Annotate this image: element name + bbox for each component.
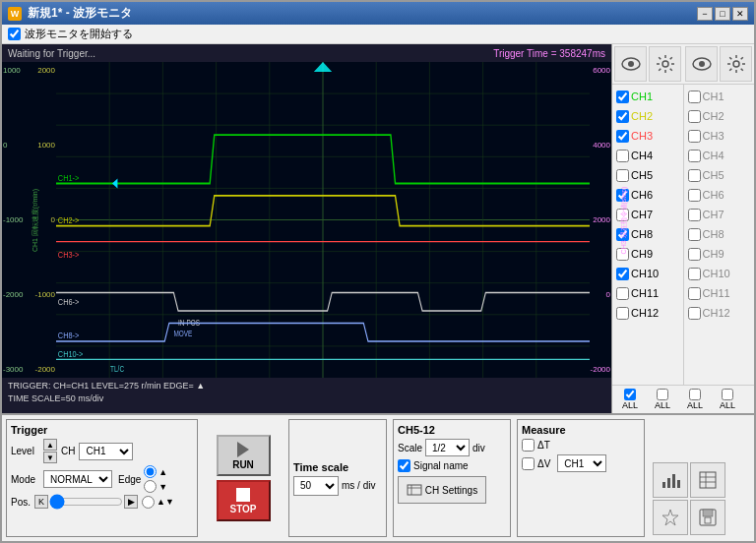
eye-icon-btn[interactable] <box>614 46 647 82</box>
ch3-left-check[interactable] <box>616 130 629 143</box>
ch9-right-check[interactable] <box>688 248 701 261</box>
settings-icon-btn2[interactable] <box>720 46 752 82</box>
ch11-right-check[interactable] <box>688 287 701 300</box>
ch12-left-label: CH12 <box>631 307 661 319</box>
ch6-right-check[interactable] <box>688 189 701 202</box>
all-btn-1[interactable]: ALL <box>615 389 645 410</box>
ch5-left-check[interactable] <box>616 169 629 182</box>
time-scale-unit: ms / div <box>342 480 375 491</box>
trigger-pos-end-btn[interactable]: ▶ <box>124 495 138 509</box>
chart-icon-btn[interactable] <box>653 462 688 498</box>
ch7-right-label: CH7 <box>703 209 732 220</box>
ch11-left-check[interactable] <box>616 287 629 300</box>
ch5-right-check[interactable] <box>688 169 701 182</box>
svg-text:CH3->: CH3-> <box>58 249 79 260</box>
channel-list-right: CH1 CH2 CH3 CH4 CH5 CH6 CH7 CH8 CH9 CH10… <box>683 85 755 385</box>
y-label-right-n2000: -2000 <box>591 365 610 374</box>
run-button[interactable]: RUN <box>217 435 271 476</box>
all-btn-3[interactable]: ALL <box>680 389 710 410</box>
trigger-edge-down-radio[interactable] <box>144 480 157 493</box>
trigger-pos-slider[interactable] <box>49 496 123 508</box>
ch1-left-check[interactable] <box>616 90 629 103</box>
ch12-right-check[interactable] <box>688 307 701 320</box>
trigger-info-line1: TRIGGER: CH=CH1 LEVEL=275 r/min EDGE= ▲ <box>8 380 605 392</box>
ch3-axis-label: CH3 現在指令値(step) <box>619 186 629 254</box>
svg-text:CH8->: CH8-> <box>58 330 79 340</box>
y-labels-right: 6000 4000 2000 0 -2000 <box>591 62 610 378</box>
svg-text:CH2->: CH2-> <box>58 214 79 225</box>
ch12-left-check[interactable] <box>616 307 629 320</box>
ch4-left-check[interactable] <box>616 150 629 162</box>
ch512-scale-row: Scale 1/212510 div <box>398 439 506 456</box>
enable-monitor-checkbox[interactable] <box>8 28 21 40</box>
time-scale-select[interactable]: 1251020501002005001000 <box>293 476 339 496</box>
measure-dv-row: ΔV CH1CH2CH3CH4 <box>522 454 640 472</box>
stop-button[interactable]: STOP <box>217 480 271 521</box>
ch512-scale-unit: div <box>472 443 485 453</box>
ch12-right-label: CH12 <box>703 307 732 319</box>
trigger-info-line2: TIME SCALE=50 ms/div <box>8 392 605 405</box>
svg-marker-20 <box>112 179 118 189</box>
settings-icon-btn[interactable] <box>649 46 681 82</box>
ch1-right-label: CH1 <box>703 90 732 102</box>
trigger-mode-select[interactable]: NORMALAUTOSINGLE <box>43 470 112 488</box>
trigger-level-up-btn[interactable]: ▲ <box>43 439 57 451</box>
gear-icon2 <box>726 54 746 74</box>
measure-dv-label: ΔV <box>537 458 550 469</box>
ch2-left-check[interactable] <box>616 110 629 123</box>
trigger-level-down-btn[interactable]: ▼ <box>43 452 57 463</box>
ch-row-right-2: CH2 <box>686 106 753 126</box>
ch10-right-check[interactable] <box>688 268 701 280</box>
ch-settings-icon <box>407 482 422 498</box>
ch512-scale-select[interactable]: 1/212510 <box>425 439 470 456</box>
svg-text:CH6->: CH6-> <box>58 296 79 307</box>
ch-row-right-8: CH8 <box>686 224 753 244</box>
all-check-2[interactable] <box>657 389 668 400</box>
measure-title: Measure <box>522 424 640 436</box>
ch11-left-label: CH11 <box>631 287 661 299</box>
trigger-pos-k-btn[interactable]: K <box>34 495 48 509</box>
all-btn-2[interactable]: ALL <box>648 389 677 410</box>
ch5-right-label: CH5 <box>703 169 732 181</box>
all-check-1[interactable] <box>624 389 636 400</box>
ch512-signal-check[interactable] <box>398 459 410 472</box>
trigger-ch-select[interactable]: CH1CH2CH3CH4 <box>79 443 133 460</box>
time-scale-title: Time scale <box>293 461 382 473</box>
minimize-button[interactable]: − <box>697 7 713 21</box>
measure-dt-check[interactable] <box>522 439 535 452</box>
ch8-right-check[interactable] <box>688 228 701 241</box>
y-label-ch2-1000: 1000 <box>31 141 55 150</box>
svg-point-33 <box>699 61 705 67</box>
eye-icon-btn2[interactable] <box>685 46 718 82</box>
trigger-edge-up-radio[interactable] <box>144 465 157 478</box>
all-check-4[interactable] <box>722 389 733 400</box>
scope-grid: CH1-> CH2-> CH3-> CH6-> IN-POS <box>56 62 590 378</box>
svg-text:IN-POS: IN-POS <box>178 318 200 328</box>
measure-dv-check[interactable] <box>522 457 535 470</box>
ch7-right-check[interactable] <box>688 209 701 221</box>
svg-marker-46 <box>662 510 678 525</box>
all-btn-4[interactable]: ALL <box>713 389 742 410</box>
trigger-edge-alt-radio[interactable] <box>142 496 155 509</box>
svg-text:CH10->: CH10-> <box>58 348 83 359</box>
save-icon-btn[interactable] <box>690 500 725 535</box>
svg-rect-40 <box>672 474 675 488</box>
all-label-3: ALL <box>687 400 703 410</box>
close-button[interactable]: ✕ <box>732 7 748 21</box>
ch1-right-check[interactable] <box>688 90 701 103</box>
measure-ch-select[interactable]: CH1CH2CH3CH4 <box>557 454 606 472</box>
table-icon-btn[interactable] <box>690 462 725 498</box>
svg-text:CH1->: CH1-> <box>58 172 79 183</box>
y-axis-right: 6000 4000 2000 0 -2000 CH3 現在指令値(step) <box>590 62 611 378</box>
channel-list-columns: CH1 CH2 CH3 CH4 CH5 CH6 CH7 CH8 CH9 CH10… <box>612 85 754 385</box>
ch3-right-check[interactable] <box>688 130 701 143</box>
ch-row-right-5: CH5 <box>686 165 753 185</box>
all-check-3[interactable] <box>689 389 701 400</box>
ch8-right-label: CH8 <box>703 228 732 240</box>
ch4-right-check[interactable] <box>688 150 701 162</box>
ch-settings-button[interactable]: CH Settings <box>398 476 486 504</box>
maximize-button[interactable]: □ <box>715 7 730 21</box>
ch2-right-check[interactable] <box>688 110 701 123</box>
ch10-left-check[interactable] <box>616 268 629 280</box>
star-icon-btn[interactable] <box>653 500 688 535</box>
